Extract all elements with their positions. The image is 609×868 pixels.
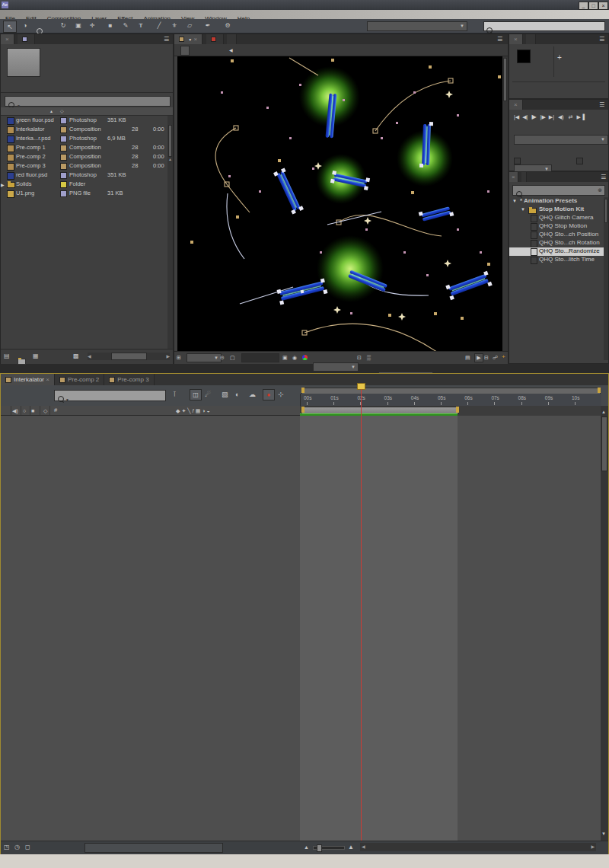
ram-preview-icon[interactable]: ▶▐: [576, 114, 586, 120]
tool-rotation-icon[interactable]: ↻: [58, 21, 69, 30]
timeline-scroll-down-icon[interactable]: ▼: [601, 829, 606, 838]
effects-tree-item[interactable]: QHQ Glitch Camera: [509, 214, 604, 222]
viewer-vscrollbar[interactable]: [502, 56, 508, 351]
search-help-input[interactable]: [483, 21, 605, 31]
tool-pan-behind-icon[interactable]: ✛: [87, 21, 97, 30]
item-label-chip[interactable]: [60, 136, 67, 142]
ram-preview-options-dropdown[interactable]: ▼: [514, 135, 608, 145]
timeline-tab-pre-comp-3[interactable]: Pre-comp 3: [104, 374, 154, 385]
tab-effect-controls[interactable]: [18, 34, 35, 44]
item-name[interactable]: Pre-comp 3: [16, 162, 46, 170]
item-label-chip[interactable]: [60, 181, 67, 188]
project-column-headers[interactable]: ▲ ◇: [1, 107, 173, 116]
effects-tree-item[interactable]: QHQ Sto...ch Rotation: [509, 239, 604, 247]
magnification-dropdown[interactable]: ▼: [187, 353, 222, 362]
restore-button[interactable]: □: [588, 2, 598, 10]
tool-eraser-icon[interactable]: ▱: [184, 21, 195, 30]
effects-tree-item[interactable]: ▼Stop Motion Kit: [509, 206, 604, 214]
tab-info[interactable]: ×: [509, 34, 523, 44]
item-label-chip[interactable]: [60, 154, 67, 161]
effects-tree-item[interactable]: QHQ Sto...litch Time: [509, 256, 604, 264]
tool-hand-icon[interactable]: ◑: [20, 21, 30, 30]
breadcrumb-comp[interactable]: [180, 46, 190, 56]
pixel-aspect-icon[interactable]: ▤: [465, 353, 470, 362]
item-name[interactable]: U1.png: [16, 190, 34, 197]
tool-pencil-icon[interactable]: ╱: [154, 21, 164, 30]
tool-pen-icon[interactable]: ✎: [120, 21, 131, 30]
item-name[interactable]: red fluor.psd: [16, 171, 47, 179]
project-row[interactable]: U1.pngPNG file31 KB: [1, 189, 167, 198]
tab-brushes[interactable]: [521, 172, 527, 182]
item-label-chip[interactable]: [60, 145, 67, 152]
timeline-button-icon[interactable]: ⊟: [484, 353, 489, 362]
tool-type-icon[interactable]: T: [136, 21, 146, 30]
timeline-tab-pre-comp-2[interactable]: Pre-comp 2: [55, 374, 104, 385]
effects-item-label[interactable]: Stop Motion Kit: [539, 206, 584, 213]
project-panel-menu-icon[interactable]: ☰: [164, 35, 169, 44]
effects-panel-menu-icon[interactable]: ☰: [601, 173, 606, 182]
clear-search-icon[interactable]: ⊗: [598, 187, 602, 193]
tab-footage[interactable]: [227, 34, 237, 44]
zoom-out-mountain-icon[interactable]: ▲: [304, 843, 309, 852]
timeline-vscrollbar[interactable]: ▲ ▼: [601, 406, 608, 841]
tab-project[interactable]: ×: [1, 34, 14, 44]
item-name[interactable]: Interkalator: [16, 126, 45, 133]
show-channel-icon[interactable]: [302, 355, 308, 360]
close-button[interactable]: ×: [598, 2, 608, 10]
draft3d-icon[interactable]: ◫: [190, 389, 202, 400]
tab-preview[interactable]: ×: [509, 100, 523, 110]
project-search-input[interactable]: ▼: [5, 96, 171, 107]
timeline-hscrollbar[interactable]: ◀▶: [360, 843, 596, 851]
project-row[interactable]: ▶SolidsFolder: [1, 180, 167, 189]
time-ruler[interactable]: 00s01s02s03s04s05s06s07s08s09s10s: [300, 394, 601, 406]
item-name[interactable]: Pre-comp 2: [16, 153, 46, 161]
folder-expander-icon[interactable]: ▶: [1, 182, 5, 187]
play-icon[interactable]: ▶: [529, 113, 538, 120]
project-row[interactable]: Pre-comp 3Composition280:00: [1, 161, 167, 171]
motion-blur-icon[interactable]: ◐: [235, 390, 239, 399]
from-current-time-checkbox[interactable]: [514, 158, 521, 164]
project-vscrollbar[interactable]: ▲: [167, 116, 173, 349]
reset-exposure-icon[interactable]: +: [502, 353, 505, 360]
hide-shy-icon[interactable]: ☄: [205, 390, 211, 399]
tool-camera-icon[interactable]: ▣: [73, 21, 84, 30]
item-label-chip[interactable]: [60, 172, 67, 179]
item-label-chip[interactable]: [60, 190, 67, 197]
new-composition-icon[interactable]: ▦: [33, 352, 39, 361]
full-screen-checkbox[interactable]: [576, 158, 583, 164]
transparency-grid-icon[interactable]: ▒: [367, 353, 371, 362]
fast-previews-icon[interactable]: ▶: [474, 353, 483, 362]
effects-item-label[interactable]: QHQ Sto...Randomize: [539, 247, 600, 255]
workspace-dropdown[interactable]: ▼: [367, 21, 467, 31]
expand-modes-icon[interactable]: ◷: [14, 843, 20, 852]
item-label-chip[interactable]: [60, 126, 67, 133]
graph-editor-icon[interactable]: ⊹: [278, 390, 284, 399]
effects-item-label[interactable]: QHQ Sto...litch Time: [539, 256, 595, 263]
show-snapshot-icon[interactable]: ◉: [292, 353, 297, 362]
flowchart-icon[interactable]: ☍: [493, 353, 498, 362]
new-folder-icon[interactable]: [18, 354, 26, 368]
preview-panel-menu-icon[interactable]: ☰: [599, 101, 604, 110]
item-label-chip[interactable]: [60, 117, 67, 124]
mask-toggle-icon[interactable]: ▢: [230, 353, 235, 362]
viewer-panel-menu-icon[interactable]: ☰: [497, 35, 502, 44]
loop-icon[interactable]: ⇄: [566, 114, 576, 120]
effects-item-label[interactable]: QHQ Stop Motion: [539, 222, 587, 230]
timeline-tab-interkalator[interactable]: Interkalator ×: [1, 374, 55, 385]
effects-tree-item[interactable]: QHQ Sto...ch Position: [509, 231, 604, 239]
composition-canvas[interactable]: [177, 56, 502, 351]
project-row[interactable]: Pre-comp 1Composition280:00: [1, 143, 167, 152]
last-frame-icon[interactable]: ▶|: [547, 114, 556, 120]
tab-effects-presets[interactable]: ×: [509, 172, 518, 182]
project-row[interactable]: InterkalatorComposition280:00: [1, 125, 167, 134]
effects-item-label[interactable]: QHQ Glitch Camera: [539, 214, 594, 222]
auto-keyframe-icon[interactable]: ●: [263, 389, 275, 400]
target-region-icon[interactable]: ⊡: [357, 353, 362, 362]
tree-expander-icon[interactable]: ▼: [512, 199, 517, 203]
tool-clone-icon[interactable]: ⚜: [169, 21, 180, 30]
tool-puppet-icon[interactable]: ⚙: [222, 21, 233, 30]
effects-vscrollbar[interactable]: [604, 197, 608, 360]
tool-brush-icon[interactable]: ✒: [202, 21, 213, 30]
effects-item-label[interactable]: QHQ Sto...ch Rotation: [539, 239, 600, 247]
timeline-zoom-slider[interactable]: [313, 846, 345, 850]
